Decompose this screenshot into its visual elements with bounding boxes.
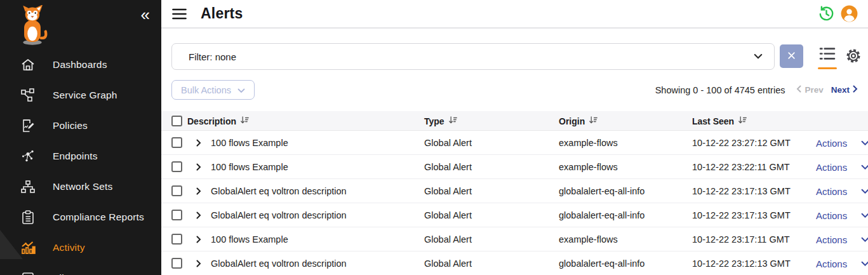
select-all-checkbox[interactable] bbox=[171, 116, 182, 126]
alert-description: 100 flows Example bbox=[211, 155, 288, 179]
app-root: « bbox=[0, 0, 868, 275]
kibana-icon bbox=[20, 270, 36, 275]
row-checkbox[interactable] bbox=[171, 258, 182, 269]
table-row: 100 flows Example Global Alert example-f… bbox=[161, 131, 868, 155]
alert-origin: example-flows bbox=[559, 131, 618, 155]
alert-last-seen: 10-12-22 23:17:13 GMT bbox=[692, 203, 791, 227]
compliance-reports-icon bbox=[20, 209, 36, 225]
actions-dropdown[interactable]: Actions bbox=[816, 131, 868, 155]
sidebar-item-label: Endpoints bbox=[53, 151, 98, 162]
calico-cat-logo bbox=[16, 5, 49, 46]
alert-description: GlobalAlert eq voltron description bbox=[211, 179, 347, 203]
sidebar-item-kibana[interactable]: Kibana bbox=[0, 263, 161, 275]
pagination: Showing 0 - 100 of 4745 entries Prev Nex… bbox=[655, 80, 858, 100]
menu-icon[interactable] bbox=[171, 8, 188, 20]
actions-dropdown[interactable]: Actions bbox=[816, 203, 868, 227]
sidebar-nav: Dashboards Service Graph bbox=[0, 50, 161, 275]
table-row: GlobalAlert eq voltron description Globa… bbox=[161, 252, 868, 275]
policies-icon bbox=[20, 117, 36, 134]
clear-filter-button[interactable] bbox=[780, 44, 803, 68]
bulk-actions-button[interactable]: Bulk Actions bbox=[171, 80, 255, 100]
actions-dropdown[interactable]: Actions bbox=[816, 252, 868, 275]
network-sets-icon bbox=[20, 178, 36, 195]
sidebar-item-activity[interactable]: Activity bbox=[0, 232, 161, 263]
next-page-button[interactable]: Next bbox=[831, 85, 858, 95]
chevron-right-icon[interactable] bbox=[196, 260, 201, 267]
sidebar-item-endpoints[interactable]: Endpoints bbox=[0, 141, 161, 171]
bulk-actions-label: Bulk Actions bbox=[181, 85, 231, 95]
filter-value: Filter: none bbox=[189, 51, 236, 62]
settings-gear-icon[interactable] bbox=[845, 47, 862, 65]
chevron-down-icon bbox=[861, 213, 868, 218]
chevron-down-icon bbox=[861, 189, 868, 194]
alert-type: Global Alert bbox=[424, 227, 472, 252]
filter-bar: Filter: none bbox=[171, 43, 858, 70]
sidebar-item-label: Network Sets bbox=[53, 181, 113, 192]
alert-type: Global Alert bbox=[424, 203, 472, 227]
alerts-table: Description Type Origin bbox=[161, 111, 868, 275]
sidebar-item-compliance-reports[interactable]: Compliance Reports bbox=[0, 202, 161, 232]
column-header-last-seen[interactable]: Last Seen bbox=[692, 111, 747, 131]
service-graph-icon bbox=[20, 87, 36, 104]
top-header: Alerts bbox=[161, 0, 868, 29]
alert-last-seen: 10-12-22 23:17:13 GMT bbox=[692, 179, 791, 203]
user-avatar[interactable] bbox=[840, 5, 858, 23]
actions-dropdown[interactable]: Actions bbox=[816, 155, 868, 179]
sidebar-item-service-graph[interactable]: Service Graph bbox=[0, 80, 161, 111]
sidebar-item-label: Service Graph bbox=[53, 90, 117, 101]
prev-page-button[interactable]: Prev bbox=[796, 85, 823, 95]
row-checkbox[interactable] bbox=[171, 185, 182, 196]
sort-icon bbox=[240, 116, 249, 126]
sidebar-item-policies[interactable]: Policies bbox=[0, 111, 161, 141]
sidebar-item-label: Kibana bbox=[53, 272, 84, 275]
chevron-right-icon[interactable] bbox=[196, 187, 201, 195]
column-label: Description bbox=[187, 116, 236, 126]
list-view-tab[interactable] bbox=[818, 47, 837, 69]
row-checkbox[interactable] bbox=[171, 137, 182, 148]
chevron-right-icon[interactable] bbox=[196, 211, 201, 219]
row-checkbox[interactable] bbox=[171, 234, 182, 245]
sidebar-item-dashboards[interactable]: Dashboards bbox=[0, 50, 161, 80]
main-area: Alerts bbox=[161, 0, 868, 275]
table-row: 100 flows Example Global Alert example-f… bbox=[161, 227, 868, 252]
row-checkbox[interactable] bbox=[171, 210, 182, 220]
chevron-right-icon[interactable] bbox=[196, 163, 201, 171]
alert-description: GlobalAlert eq voltron description bbox=[211, 203, 347, 227]
sidebar: « bbox=[0, 0, 161, 275]
chevron-right-icon bbox=[853, 85, 858, 95]
column-header-description[interactable]: Description bbox=[187, 111, 249, 131]
sidebar-item-label: Dashboards bbox=[53, 59, 107, 70]
alert-description: 100 flows Example bbox=[211, 227, 288, 252]
alert-origin: example-flows bbox=[559, 155, 618, 179]
actions-dropdown[interactable]: Actions bbox=[816, 227, 868, 252]
alert-last-seen: 10-12-22 23:27:12 GMT bbox=[692, 131, 791, 155]
list-icon bbox=[819, 47, 836, 63]
actions-label: Actions bbox=[816, 186, 847, 197]
column-label: Origin bbox=[559, 116, 585, 126]
filter-dropdown[interactable]: Filter: none bbox=[171, 43, 775, 70]
sort-icon bbox=[589, 116, 598, 126]
alert-description: GlobalAlert eq voltron description bbox=[211, 252, 347, 275]
column-header-type[interactable]: Type bbox=[424, 111, 457, 131]
column-header-origin[interactable]: Origin bbox=[559, 111, 598, 131]
row-checkbox[interactable] bbox=[171, 161, 182, 172]
actions-dropdown[interactable]: Actions bbox=[816, 179, 868, 203]
alert-description: 100 flows Example bbox=[211, 131, 288, 155]
sort-icon bbox=[448, 116, 457, 126]
chevron-right-icon[interactable] bbox=[196, 236, 201, 243]
actions-label: Actions bbox=[816, 162, 847, 173]
sidebar-item-label: Compliance Reports bbox=[53, 211, 144, 223]
chevron-right-icon[interactable] bbox=[196, 139, 201, 147]
alert-last-seen: 10-12-22 23:22:11 GMT bbox=[692, 155, 790, 179]
alert-type: Global Alert bbox=[424, 131, 472, 155]
sidebar-item-label: Policies bbox=[53, 120, 88, 131]
column-label: Last Seen bbox=[692, 116, 734, 126]
history-icon[interactable] bbox=[817, 5, 835, 23]
alert-last-seen: 10-12-22 23:12:13 GMT bbox=[692, 252, 791, 275]
sidebar-item-network-sets[interactable]: Network Sets bbox=[0, 171, 161, 202]
sidebar-collapse-icon[interactable]: « bbox=[141, 6, 150, 23]
column-label: Type bbox=[424, 116, 444, 126]
actions-label: Actions bbox=[816, 210, 847, 221]
table-row: GlobalAlert eq voltron description Globa… bbox=[161, 179, 868, 203]
table-toolbar: Bulk Actions Showing 0 - 100 of 4745 ent… bbox=[171, 80, 858, 100]
